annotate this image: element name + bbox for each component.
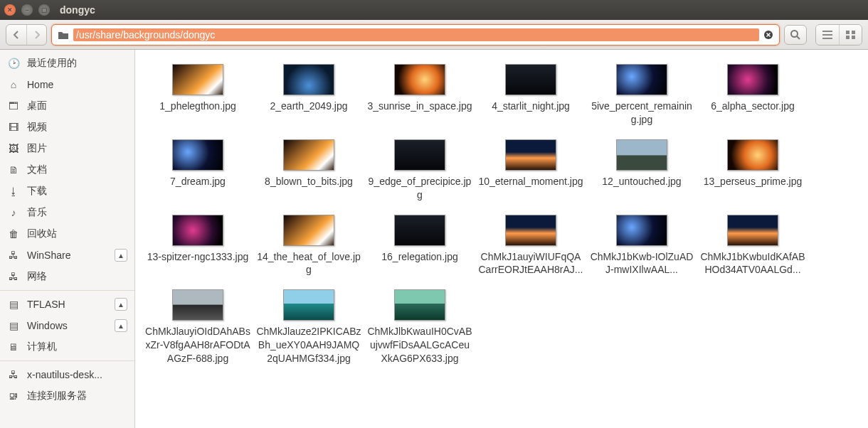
file-item[interactable]: 8_blown_to_bits.jpg [253, 135, 364, 210]
file-item[interactable]: ChMkJlauze2IPKICABzBh_ueXY0AAH9JAMQ2qUAH… [253, 285, 364, 374]
sidebar-label: 桌面 [27, 100, 47, 112]
sidebar-label: x-nautilus-desk... [27, 369, 102, 380]
clear-location-button[interactable] [763, 30, 773, 40]
file-name: 8_blown_to_bits.jpg [265, 175, 353, 188]
window-minimize-button[interactable]: − [21, 4, 33, 16]
folder-icon [58, 30, 69, 40]
pictures-icon: 🖼 [7, 143, 20, 154]
file-item[interactable]: ChMkJ1auyiWIUFqQACarrEORJtEAAH8rAJ... [475, 210, 586, 286]
svg-rect-2 [846, 31, 850, 34]
file-item[interactable]: ChMkJlbKwauIH0CvABujvwfFiDsAALGcACeuXkAG… [364, 285, 475, 374]
file-item[interactable]: 10_eternal_moment.jpg [475, 135, 586, 210]
sidebar-label: 下载 [27, 185, 47, 198]
file-name: 2_earth_2049.jpg [270, 100, 348, 113]
list-view-button[interactable] [816, 25, 839, 45]
file-name: 16_relegation.jpg [381, 250, 457, 264]
sidebar-label: 计算机 [27, 341, 57, 353]
sidebar-item-recent[interactable]: 🕑最近使用的 [0, 53, 134, 74]
window-maximize-button[interactable]: ▢ [38, 4, 50, 16]
location-path[interactable]: /usr/share/backgrounds/dongyc [73, 28, 759, 41]
drive-icon: ▤ [7, 299, 20, 310]
sidebar-item-music[interactable]: ♪音乐 [0, 202, 134, 223]
sidebar-item-videos[interactable]: 🎞视频 [0, 117, 134, 138]
sidebar-item-trash[interactable]: 🗑回收站 [0, 223, 134, 245]
location-bar[interactable]: /usr/share/backgrounds/dongyc [51, 24, 780, 46]
drive-icon: ▤ [7, 320, 20, 331]
file-name: 3_sunrise_in_space.jpg [367, 100, 472, 113]
sidebar-item-desktop[interactable]: 🗔桌面 [0, 95, 134, 117]
file-thumbnail [172, 289, 223, 321]
svg-rect-4 [846, 36, 850, 39]
sidebar-item-downloads[interactable]: ⭳下载 [0, 181, 134, 202]
file-item[interactable]: 9_edge_of_precipice.jpg [364, 135, 475, 210]
sidebar-item-connect-server[interactable]: 🖳连接到服务器 [0, 385, 134, 407]
sidebar-item-winshare[interactable]: 🖧WinShare▲ [0, 245, 134, 266]
sidebar-item-tflash[interactable]: ▤TFLASH▲ [0, 294, 134, 315]
file-thumbnail [172, 215, 223, 246]
file-thumbnail [172, 139, 223, 171]
file-thumbnail [172, 64, 223, 95]
file-thumbnail [616, 64, 667, 95]
file-thumbnail [505, 215, 556, 246]
window-title: dongyc [60, 4, 95, 16]
clear-icon [763, 30, 773, 40]
sidebar-item-documents[interactable]: 🗎文档 [0, 159, 134, 181]
sidebar-label: 连接到服务器 [27, 390, 87, 402]
sidebar-label: 图片 [27, 142, 47, 155]
search-button[interactable] [784, 25, 807, 45]
svg-rect-3 [852, 31, 855, 34]
file-item[interactable]: 3_sunrise_in_space.jpg [364, 60, 475, 135]
network-icon: 🖧 [7, 250, 20, 261]
file-item[interactable]: ChMkJ1bKwbuIdKAfABHOd34ATV0AALGd... [697, 210, 808, 286]
sidebar-item-nautilus[interactable]: 🖧x-nautilus-desk... [0, 364, 134, 385]
server-icon: 🖳 [7, 390, 20, 402]
sidebar-separator [0, 290, 134, 291]
file-item[interactable]: 5ive_percent_remaining.jpg [586, 60, 697, 135]
sidebar-item-computer[interactable]: 🖥计算机 [0, 336, 134, 358]
file-thumbnail [394, 139, 445, 171]
view-switcher [815, 24, 862, 46]
eject-button[interactable]: ▲ [115, 249, 127, 262]
eject-button[interactable]: ▲ [115, 319, 127, 332]
file-item[interactable]: 6_alpha_sector.jpg [697, 60, 808, 135]
file-item[interactable]: 12_untouched.jpg [586, 135, 697, 210]
file-view[interactable]: 1_phelegthon.jpg2_earth_2049.jpg3_sunris… [135, 50, 868, 428]
back-button[interactable] [6, 25, 26, 45]
chevron-right-icon [33, 31, 41, 39]
sidebar-label: 网络 [27, 270, 47, 283]
main-area: 🕑最近使用的 ⌂Home 🗔桌面 🎞视频 🖼图片 🗎文档 ⭳下载 ♪音乐 🗑回收… [0, 50, 868, 428]
sidebar-item-windows[interactable]: ▤Windows▲ [0, 315, 134, 336]
file-item[interactable]: 7_dream.jpg [142, 135, 253, 210]
file-item[interactable]: 14_the_heat_of_love.jpg [253, 210, 364, 286]
sidebar-item-network[interactable]: 🖧网络 [0, 266, 134, 287]
search-icon [790, 29, 801, 41]
sidebar-item-pictures[interactable]: 🖼图片 [0, 138, 134, 159]
video-icon: 🎞 [7, 122, 20, 133]
file-thumbnail [283, 64, 334, 95]
file-item[interactable]: 2_earth_2049.jpg [253, 60, 364, 135]
file-item[interactable]: 1_phelegthon.jpg [142, 60, 253, 135]
sidebar-label: Home [27, 79, 53, 90]
file-item[interactable]: 13-spitzer-ngc1333.jpg [142, 210, 253, 286]
grid-view-button[interactable] [839, 25, 862, 45]
file-item[interactable]: ChMkJlauyiOIdDAhABsxZr-V8fgAAH8rAFODtAAG… [142, 285, 253, 374]
file-item[interactable]: 4_starlit_night.jpg [475, 60, 586, 135]
svg-rect-5 [852, 36, 855, 39]
nav-group [6, 24, 47, 46]
home-icon: ⌂ [7, 79, 20, 90]
file-thumbnail [505, 139, 556, 171]
file-thumbnail [283, 139, 334, 171]
file-name: ChMkJlauze2IPKICABzBh_ueXY0AAH9JAMQ2qUAH… [256, 325, 361, 365]
sidebar-item-home[interactable]: ⌂Home [0, 74, 134, 95]
sidebar-separator [0, 360, 134, 361]
file-thumbnail [505, 64, 556, 95]
file-item[interactable]: ChMkJ1bKwb-IOlZuADJ-mwIXIlwAAL... [586, 210, 697, 286]
file-thumbnail [283, 289, 334, 321]
sidebar-label: 最近使用的 [27, 57, 77, 70]
eject-button[interactable]: ▲ [115, 298, 127, 311]
sidebar-label: 视频 [27, 121, 47, 134]
window-close-button[interactable]: ✕ [4, 4, 16, 16]
file-item[interactable]: 16_relegation.jpg [364, 210, 475, 286]
file-item[interactable]: 13_perseus_prime.jpg [697, 135, 808, 210]
forward-button[interactable] [26, 25, 46, 45]
